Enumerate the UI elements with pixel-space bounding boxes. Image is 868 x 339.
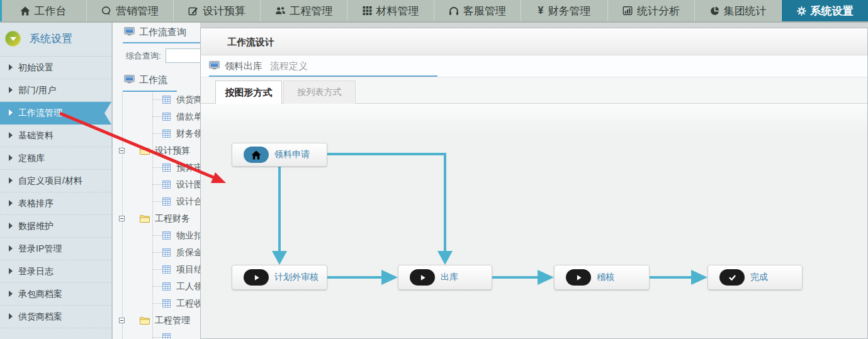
tree-connector [152, 337, 162, 338]
tree-item[interactable]: 工程收 [113, 295, 201, 312]
tree-label: 工程收 [176, 298, 203, 309]
chart-bar-icon [623, 6, 633, 15]
tree-label: 设计图 [176, 179, 203, 191]
sidebar-item-6[interactable]: 自定义项目/材料 [0, 170, 111, 192]
tree-connector [152, 99, 162, 100]
chart-pie-icon [710, 6, 719, 16]
table-icon [162, 96, 171, 104]
tree-item[interactable]: 财务领 [113, 125, 201, 142]
expander-minus-icon[interactable] [119, 216, 125, 221]
tree-item[interactable]: 借款单 [113, 108, 201, 125]
tree-connector [152, 133, 162, 134]
sidebar-item-8[interactable]: 数据维护 [0, 215, 111, 238]
collapse-circle-icon[interactable] [5, 31, 21, 47]
tree-folder[interactable]: 工程财务 [113, 210, 201, 227]
sidebar-item-10[interactable]: 登录日志 [0, 260, 111, 283]
expander-minus-icon[interactable] [119, 318, 125, 323]
flow-node-step-4[interactable]: 完成 [707, 265, 803, 290]
monitor-icon [124, 27, 135, 38]
sidebar-item-label: 数据维护 [18, 221, 54, 231]
flow-node-label: 出库 [441, 272, 458, 283]
nav-item-label: 集团统计 [724, 4, 767, 18]
triangle-right-icon [9, 313, 13, 320]
flow-canvas[interactable]: 领料申请计划外审核出库稽核完成 [201, 104, 867, 338]
sidebar-item-4[interactable]: 基础资料 [0, 125, 111, 147]
tree-item[interactable]: 物业扣 [113, 227, 201, 244]
tree-item[interactable]: 设计合 [113, 193, 201, 210]
tree-connector [152, 269, 162, 270]
tree-label: 项目结 [176, 264, 203, 275]
nav-item-1[interactable]: 工作台 [0, 0, 87, 21]
table-icon [162, 282, 171, 291]
nav-item-7[interactable]: ¥财务管理 [521, 0, 608, 21]
sidebar-item-9[interactable]: 登录IP管理 [0, 238, 111, 260]
sidebar-menu: 初始设置部门/用户工作流管理基础资料定额库自定义项目/材料表格排序数据维护登录I… [0, 57, 111, 328]
sidebar-item-label: 供货商档案 [18, 311, 62, 321]
flow-node-start[interactable]: 领料申请 [232, 143, 327, 167]
sidebar-item-2[interactable]: 部门/用户 [0, 79, 111, 102]
sidebar-item-11[interactable]: 承包商档案 [0, 283, 111, 306]
section-header-workflow-query: 工作流查询 [124, 26, 186, 38]
table-icon [162, 181, 171, 189]
tree-item[interactable] [113, 329, 201, 339]
sidebar-item-12[interactable]: 供货商档案 [0, 306, 111, 328]
table-icon [162, 113, 171, 121]
sidebar-item-7[interactable]: 表格排序 [0, 192, 111, 215]
tree-label: 工程管理 [155, 315, 190, 326]
sidebar-item-1[interactable]: 初始设置 [0, 57, 111, 79]
table-icon [162, 299, 171, 308]
tree-label: 财务领 [176, 128, 203, 140]
nav-item-label: 系统设置 [811, 4, 854, 18]
triangle-right-icon [9, 132, 13, 138]
search-label: 综合查询: [126, 50, 161, 62]
tree-folder[interactable]: 设计预算 [113, 142, 201, 159]
nav-item-8[interactable]: 统计分析 [608, 0, 695, 21]
tree-folder[interactable]: 工程管理 [113, 312, 201, 329]
headset-icon [449, 6, 459, 16]
dialog-top-strip [200, 23, 868, 28]
sidebar-header[interactable]: 系统设置 [0, 21, 111, 57]
tab-2[interactable]: 按列表方式 [283, 81, 356, 104]
nav-item-2[interactable]: 营销管理 [87, 0, 174, 21]
nav-item-label: 工作台 [35, 4, 67, 18]
sidebar-item-label: 工作流管理 [18, 108, 62, 118]
check-icon [719, 269, 745, 286]
table-icon [162, 197, 171, 206]
nav-item-6[interactable]: 客服管理 [434, 0, 521, 21]
yen-icon: ¥ [538, 5, 544, 16]
app-root: 工作台营销管理设计预算工程管理材料管理客服管理¥财务管理统计分析集团统计系统设置… [0, 0, 868, 339]
table-icon [162, 164, 171, 172]
flow-node-label: 领料申请 [274, 149, 310, 160]
tree-label: 工人领 [176, 281, 203, 292]
triangle-right-icon [9, 245, 13, 252]
tree-connector [152, 116, 162, 117]
flow-node-label: 计划外审核 [274, 272, 318, 283]
expander-minus-icon[interactable] [119, 148, 125, 153]
nav-item-9[interactable]: 集团统计 [695, 0, 782, 21]
play-icon [410, 269, 435, 286]
sidebar-item-5[interactable]: 定额库 [0, 147, 111, 170]
tree-item[interactable]: 工人领 [113, 278, 201, 295]
tree-item[interactable]: 预算审 [113, 159, 201, 176]
nav-item-10[interactable]: 系统设置 [782, 0, 868, 21]
section-title: 工作流查询 [139, 26, 186, 38]
flow-node-step-1[interactable]: 计划外审核 [232, 265, 327, 290]
tree-connector [152, 235, 162, 236]
monitor-icon [124, 75, 135, 86]
home-icon [244, 147, 269, 163]
flow-node-step-2[interactable]: 出库 [398, 265, 492, 290]
triangle-right-icon [9, 200, 13, 206]
home-icon [20, 6, 30, 16]
flow-node-step-3[interactable]: 稽核 [554, 265, 650, 290]
tree-item[interactable]: 质保金 [113, 244, 201, 261]
flow-connectors [201, 104, 867, 338]
nav-item-3[interactable]: 设计预算 [174, 0, 261, 21]
tree-item[interactable]: 设计图 [113, 176, 201, 193]
nav-item-5[interactable]: 材料管理 [347, 0, 434, 21]
tree-item[interactable]: 项目结 [113, 261, 201, 278]
nav-item-4[interactable]: 工程管理 [261, 0, 347, 21]
sidebar-item-label: 基础资料 [18, 130, 54, 140]
tab-1[interactable]: 按图形方式 [215, 81, 282, 104]
tree-item[interactable]: 供货商 [113, 91, 201, 108]
sidebar-item-3[interactable]: 工作流管理 [0, 102, 111, 125]
